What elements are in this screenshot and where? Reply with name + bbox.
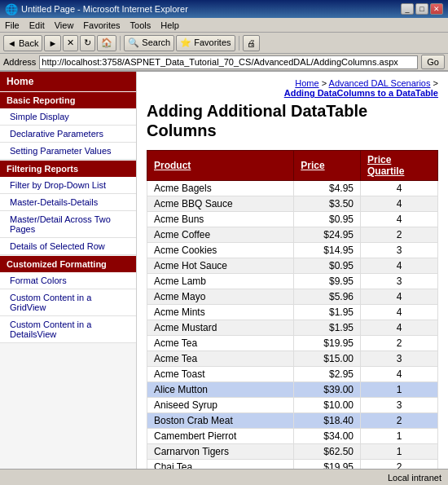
sidebar-section-customized-formatting[interactable]: Customized Formatting: [0, 256, 136, 272]
separator-2: [239, 36, 239, 51]
back-button[interactable]: ◄ Back: [3, 35, 42, 51]
cell-product: Chai Tea: [147, 460, 294, 470]
close-button[interactable]: ✕: [430, 3, 443, 15]
cell-quartile: 4: [361, 258, 438, 274]
cell-quartile: 1: [361, 382, 438, 398]
toolbar: ◄ Back ► ✕ ↻ 🏠 🔍 Search ⭐ Favorites 🖨: [0, 33, 448, 54]
cell-price: $1.95: [294, 305, 361, 320]
table-header-row: Product Price PriceQuartile: [147, 151, 438, 181]
cell-product: Acme Hot Sauce: [147, 258, 294, 274]
cell-quartile: 4: [361, 289, 438, 305]
menu-edit[interactable]: Edit: [29, 20, 45, 30]
menu-tools[interactable]: Tools: [130, 20, 152, 30]
table-row: Acme Tea$19.952: [147, 336, 438, 351]
cell-quartile: 4: [361, 181, 438, 196]
cell-product: Acme Toast: [147, 367, 294, 382]
forward-button[interactable]: ►: [44, 35, 61, 51]
col-header-price-quartile[interactable]: PriceQuartile: [361, 151, 438, 181]
cell-price: $1.95: [294, 320, 361, 336]
sidebar-item-details-selected-row[interactable]: Details of Selected Row: [0, 238, 136, 255]
data-table: Product Price PriceQuartile Acme Bagels$…: [147, 150, 438, 469]
cell-price: $14.95: [294, 243, 361, 258]
cell-price: $4.95: [294, 181, 361, 196]
cell-quartile: 4: [361, 367, 438, 382]
table-row: Acme Buns$0.954: [147, 212, 438, 227]
cell-product: Camembert Pierrot: [147, 429, 294, 444]
refresh-button[interactable]: ↻: [80, 35, 95, 51]
sidebar-item-master-details[interactable]: Master-Details-Details: [0, 194, 136, 211]
cell-quartile: 1: [361, 429, 438, 444]
breadcrumb-current: Adding DataColumns to a DataTable: [284, 88, 438, 98]
cell-quartile: 1: [361, 444, 438, 460]
menu-help[interactable]: Help: [160, 20, 179, 30]
sidebar-item-format-colors[interactable]: Format Colors: [0, 272, 136, 289]
sidebar-item-setting-parameter-values[interactable]: Setting Parameter Values: [0, 143, 136, 160]
search-button[interactable]: 🔍 Search: [124, 35, 174, 51]
table-row: Boston Crab Meat$18.402: [147, 413, 438, 429]
table-row: Acme Tea$15.003: [147, 351, 438, 367]
address-label: Address: [3, 57, 36, 67]
table-row: Acme Bagels$4.954: [147, 181, 438, 196]
table-row: Acme Hot Sauce$0.954: [147, 258, 438, 274]
table-row: Carnarvon Tigers$62.501: [147, 444, 438, 460]
menu-favorites[interactable]: Favorites: [83, 20, 120, 30]
cell-price: $62.50: [294, 444, 361, 460]
table-row: Acme Mints$1.954: [147, 305, 438, 320]
stop-button[interactable]: ✕: [63, 35, 78, 51]
go-button[interactable]: Go: [421, 55, 445, 69]
menu-view[interactable]: View: [55, 20, 74, 30]
table-row: Acme BBQ Sauce$3.504: [147, 196, 438, 212]
cell-quartile: 3: [361, 351, 438, 367]
table-row: Acme Cookies$14.953: [147, 243, 438, 258]
favorites-button[interactable]: ⭐ Favorites: [176, 35, 235, 51]
table-row: Acme Coffee$24.952: [147, 227, 438, 243]
menu-file[interactable]: File: [5, 20, 20, 30]
cell-price: $18.40: [294, 413, 361, 429]
title-bar: 🌐 Untitled Page - Microsoft Internet Exp…: [0, 0, 448, 18]
main-container: Home Basic Reporting Simple Display Decl…: [0, 72, 448, 469]
breadcrumb-separator-2: >: [433, 78, 438, 88]
sidebar-item-filter-dropdown[interactable]: Filter by Drop-Down List: [0, 177, 136, 194]
table-row: Acme Toast$2.954: [147, 367, 438, 382]
status-bar: Local intranet: [0, 469, 448, 485]
sidebar-section-filtering-reports[interactable]: Filtering Reports: [0, 161, 136, 177]
cell-quartile: 2: [361, 336, 438, 351]
cell-product: Alice Mutton: [147, 382, 294, 398]
table-row: Alice Mutton$39.001: [147, 382, 438, 398]
cell-quartile: 3: [361, 398, 438, 413]
page-content: Home > Advanced DAL Scenarios > Adding D…: [137, 72, 448, 469]
cell-quartile: 2: [361, 413, 438, 429]
cell-quartile: 4: [361, 305, 438, 320]
col-header-price[interactable]: Price: [294, 151, 361, 181]
sidebar-item-custom-content-gridview[interactable]: Custom Content in a GridView: [0, 289, 136, 316]
breadcrumb-advanced-dal-link[interactable]: Advanced DAL Scenarios: [329, 78, 431, 88]
cell-price: $5.96: [294, 289, 361, 305]
table-row: Aniseed Syrup$10.003: [147, 398, 438, 413]
sidebar-section-basic-reporting[interactable]: Basic Reporting: [0, 92, 136, 108]
cell-price: $39.00: [294, 382, 361, 398]
separator-1: [120, 36, 121, 51]
address-input[interactable]: [39, 55, 418, 69]
sidebar-item-custom-content-detailsview[interactable]: Custom Content in a DetailsView: [0, 316, 136, 343]
minimize-button[interactable]: _: [401, 3, 414, 15]
cell-quartile: 4: [361, 320, 438, 336]
cell-product: Acme Buns: [147, 212, 294, 227]
home-button[interactable]: 🏠: [97, 35, 116, 51]
sidebar-item-simple-display[interactable]: Simple Display: [0, 108, 136, 126]
print-button[interactable]: 🖨: [243, 35, 260, 51]
table-row: Acme Lamb$9.953: [147, 274, 438, 289]
cell-price: $9.95: [294, 274, 361, 289]
cell-product: Acme Mints: [147, 305, 294, 320]
cell-product: Acme Tea: [147, 351, 294, 367]
cell-product: Acme Mayo: [147, 289, 294, 305]
maximize-button[interactable]: □: [415, 3, 428, 15]
sidebar-home[interactable]: Home: [0, 72, 136, 91]
breadcrumb-home-link[interactable]: Home: [295, 78, 318, 88]
table-row: Acme Mayo$5.964: [147, 289, 438, 305]
cell-product: Aniseed Syrup: [147, 398, 294, 413]
cell-price: $34.00: [294, 429, 361, 444]
sidebar-item-master-detail-across[interactable]: Master/Detail Across Two Pages: [0, 211, 136, 238]
sidebar-item-declarative-parameters[interactable]: Declarative Parameters: [0, 126, 136, 143]
title-bar-buttons[interactable]: _ □ ✕: [401, 3, 443, 15]
col-header-product[interactable]: Product: [147, 151, 294, 181]
